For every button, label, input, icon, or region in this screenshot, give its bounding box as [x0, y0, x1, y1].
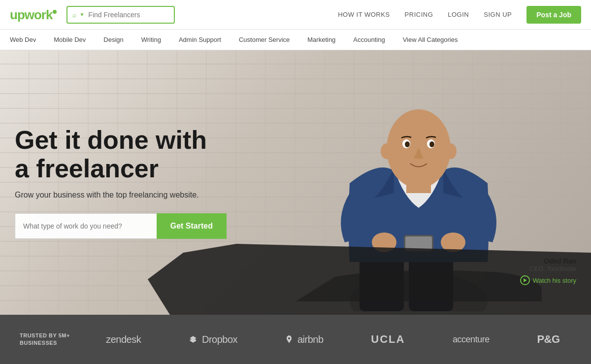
nav-login[interactable]: LOGIN	[448, 11, 469, 18]
category-admin-support[interactable]: Admin Support	[170, 30, 230, 50]
category-mobile-dev[interactable]: Mobile Dev	[45, 30, 95, 50]
hero-subtitle: Grow your business with the top freelanc…	[15, 191, 227, 199]
nav-pricing[interactable]: PRICING	[405, 11, 433, 18]
hero-get-started-button[interactable]: Get Started	[157, 213, 227, 239]
hero-search-input[interactable]	[15, 213, 157, 239]
nav-sign-up[interactable]: SIGN UP	[484, 11, 512, 18]
hero-section: Get it done with a freelancer Grow your …	[0, 50, 591, 315]
search-input[interactable]	[88, 11, 162, 19]
hero-search-form: Get Started	[15, 213, 227, 239]
category-nav: Web Dev Mobile Dev Design Writing Admin …	[0, 30, 591, 50]
hero-title: Get it done with a freelancer	[15, 126, 227, 182]
hero-content: Get it done with a freelancer Grow your …	[0, 50, 246, 315]
trusted-label: TRUSTED BY 5M+BUSINESSES	[20, 332, 70, 347]
hero-caption: Oded Ran CEO, Touchnote Watch his story	[520, 257, 576, 285]
airbnb-icon	[285, 334, 296, 345]
search-bar[interactable]: ⌕ ▼	[66, 6, 175, 24]
accenture-logo: accenture	[453, 334, 490, 345]
hero-person-role: CEO, Touchnote	[520, 265, 576, 272]
header-nav: HOW IT WORKS PRICING LOGIN SIGN UP Post …	[338, 6, 581, 24]
svg-point-5	[381, 143, 393, 159]
ucla-logo: UCLA	[371, 333, 405, 346]
dropbox-logo: Dropbox	[189, 334, 237, 345]
play-triangle-icon	[524, 278, 527, 282]
watch-story-text: Watch his story	[533, 277, 576, 284]
hero-person-name: Oded Ran	[520, 257, 576, 265]
search-icon: ⌕	[72, 11, 76, 19]
category-web-dev[interactable]: Web Dev	[10, 30, 45, 50]
play-icon	[520, 275, 530, 285]
nav-how-it-works[interactable]: HOW IT WORKS	[338, 11, 390, 18]
svg-point-11	[429, 141, 434, 147]
category-writing[interactable]: Writing	[132, 30, 170, 50]
svg-rect-7	[406, 178, 431, 193]
trusted-section: TRUSTED BY 5M+BUSINESSES zendesk Dropbox…	[0, 315, 591, 364]
search-dropdown-icon[interactable]: ▼	[79, 12, 84, 17]
logo[interactable]: upwork	[10, 7, 57, 23]
svg-point-6	[445, 143, 457, 159]
trusted-logos: zendesk Dropbox airbnb UCLA accenture P&…	[95, 333, 571, 346]
svg-point-10	[405, 141, 410, 147]
post-job-button[interactable]: Post a Job	[526, 6, 581, 24]
watch-story-link[interactable]: Watch his story	[520, 275, 576, 285]
category-design[interactable]: Design	[95, 30, 132, 50]
category-accounting[interactable]: Accounting	[344, 30, 394, 50]
pg-logo: P&G	[537, 333, 559, 346]
category-marketing[interactable]: Marketing	[298, 30, 344, 50]
header: upwork ⌕ ▼ HOW IT WORKS PRICING LOGIN SI…	[0, 0, 591, 30]
airbnb-logo: airbnb	[285, 334, 324, 345]
category-view-all[interactable]: View All Categories	[394, 30, 467, 50]
dropbox-icon	[189, 334, 200, 345]
category-customer-service[interactable]: Customer Service	[230, 30, 298, 50]
zendesk-logo: zendesk	[106, 334, 141, 345]
